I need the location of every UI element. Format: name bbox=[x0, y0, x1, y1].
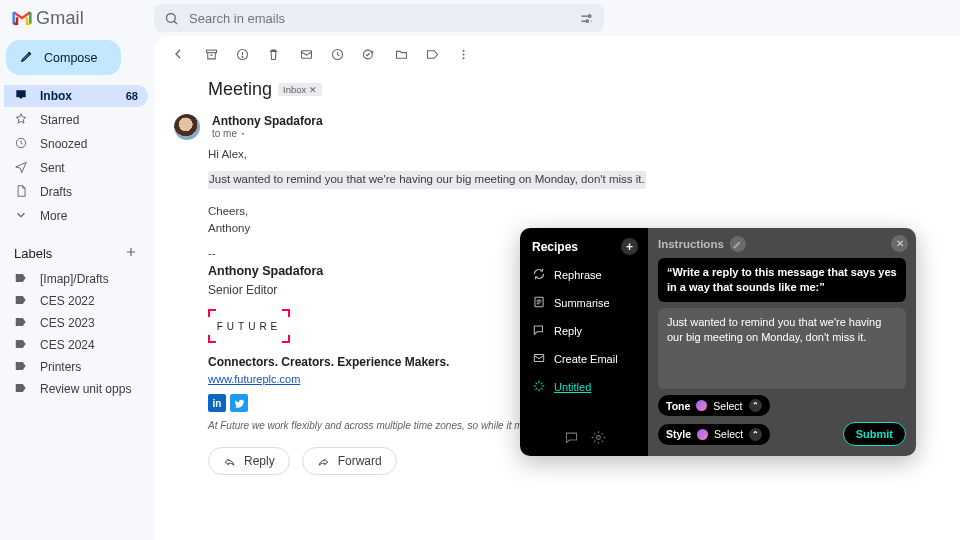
gmail-icon bbox=[12, 10, 32, 26]
avatar[interactable] bbox=[174, 114, 200, 140]
avatar-mini-icon bbox=[696, 400, 707, 411]
forward-button[interactable]: Forward bbox=[302, 447, 397, 475]
clock-icon bbox=[14, 136, 28, 153]
email-toolbar bbox=[168, 44, 946, 75]
label-icon bbox=[14, 359, 28, 376]
gmail-logo[interactable]: Gmail bbox=[12, 8, 142, 29]
add-task-button[interactable] bbox=[361, 47, 376, 65]
sidebar-item-inbox[interactable]: Inbox 68 bbox=[4, 85, 148, 107]
search-box[interactable] bbox=[154, 4, 604, 32]
add-recipe-button[interactable]: + bbox=[621, 238, 638, 255]
sidebar-item-more[interactable]: More bbox=[4, 205, 148, 227]
svg-point-11 bbox=[463, 53, 465, 55]
linkedin-icon[interactable]: in bbox=[208, 394, 226, 412]
label-icon bbox=[14, 293, 28, 310]
recipient-prefix: to me bbox=[212, 128, 237, 139]
label-item[interactable]: Review unit opps bbox=[4, 378, 148, 400]
document-icon bbox=[14, 184, 28, 201]
spam-button[interactable] bbox=[235, 47, 250, 65]
svg-point-0 bbox=[167, 13, 176, 22]
brand-name: Gmail bbox=[36, 8, 84, 29]
style-selector[interactable]: Style Select ⌃ bbox=[658, 424, 770, 445]
close-panel-button[interactable]: ✕ bbox=[891, 235, 908, 252]
chevron-up-icon: ⌃ bbox=[749, 399, 762, 412]
svg-point-10 bbox=[463, 49, 465, 51]
sender-name[interactable]: Anthony Spadafora bbox=[212, 114, 323, 128]
reply-label: Reply bbox=[244, 454, 275, 468]
body-highlight: Just wanted to remind you that we're hav… bbox=[208, 171, 646, 188]
sidebar-item-starred[interactable]: Starred bbox=[4, 109, 148, 131]
tune-icon[interactable] bbox=[579, 11, 594, 26]
label-text: CES 2022 bbox=[40, 294, 95, 308]
twitter-icon[interactable] bbox=[230, 394, 248, 412]
recipe-reply[interactable]: Reply bbox=[532, 323, 638, 339]
label-text: CES 2023 bbox=[40, 316, 95, 330]
sidebar-item-label: Snoozed bbox=[40, 137, 87, 151]
email-subject: Meeting bbox=[208, 79, 272, 100]
sidebar-item-sent[interactable]: Sent bbox=[4, 157, 148, 179]
tone-label: Tone bbox=[666, 400, 690, 412]
add-label-button[interactable] bbox=[124, 245, 138, 262]
sidebar-item-label: Drafts bbox=[40, 185, 72, 199]
edit-instructions-button[interactable] bbox=[730, 236, 746, 252]
label-icon bbox=[14, 381, 28, 398]
recipient-dropdown[interactable]: to me bbox=[212, 128, 323, 139]
submit-button[interactable]: Submit bbox=[843, 422, 906, 446]
archive-button[interactable] bbox=[204, 47, 219, 65]
label-text: Printers bbox=[40, 360, 81, 374]
inbox-chip-label: Inbox bbox=[283, 84, 306, 95]
search-input[interactable] bbox=[189, 11, 569, 26]
label-icon bbox=[14, 315, 28, 332]
sidebar-item-label: More bbox=[40, 209, 67, 223]
label-item[interactable]: [Imap]/Drafts bbox=[4, 268, 148, 290]
recipe-rephrase[interactable]: Rephrase bbox=[532, 267, 638, 283]
sidebar-item-snoozed[interactable]: Snoozed bbox=[4, 133, 148, 155]
label-item[interactable]: CES 2024 bbox=[4, 334, 148, 356]
label-icon bbox=[14, 271, 28, 288]
summarise-icon bbox=[532, 295, 546, 311]
tone-selector[interactable]: Tone Select ⌃ bbox=[658, 395, 770, 416]
labels-button[interactable] bbox=[425, 47, 440, 65]
rephrase-icon bbox=[532, 267, 546, 283]
svg-rect-4 bbox=[207, 50, 217, 53]
label-text: CES 2024 bbox=[40, 338, 95, 352]
signature-url[interactable]: www.futureplc.com bbox=[208, 373, 300, 385]
more-button[interactable] bbox=[456, 47, 471, 65]
search-icon bbox=[164, 11, 179, 26]
snooze-button[interactable] bbox=[330, 47, 345, 65]
recipe-untitled[interactable]: Untitled bbox=[532, 379, 638, 395]
labels-heading: Labels bbox=[14, 246, 52, 261]
compose-button[interactable]: Compose bbox=[6, 40, 121, 75]
close-icon[interactable]: ✕ bbox=[309, 85, 317, 95]
move-to-button[interactable] bbox=[394, 47, 409, 65]
sidebar-item-label: Inbox bbox=[40, 89, 72, 103]
chat-icon[interactable] bbox=[564, 430, 579, 448]
chevron-down-icon bbox=[239, 130, 247, 138]
mark-unread-button[interactable] bbox=[299, 47, 314, 65]
forward-label: Forward bbox=[338, 454, 382, 468]
sparkle-icon bbox=[532, 379, 546, 395]
sidebar-item-drafts[interactable]: Drafts bbox=[4, 181, 148, 203]
recipe-summarise[interactable]: Summarise bbox=[532, 295, 638, 311]
reply-icon bbox=[223, 455, 236, 468]
label-item[interactable]: CES 2023 bbox=[4, 312, 148, 334]
sidebar-item-label: Starred bbox=[40, 113, 79, 127]
label-item[interactable]: Printers bbox=[4, 356, 148, 378]
back-button[interactable] bbox=[170, 46, 186, 65]
future-logo: FUTURE bbox=[208, 309, 290, 343]
context-box[interactable]: Just wanted to remind you that we're hav… bbox=[658, 308, 906, 389]
label-item[interactable]: CES 2022 bbox=[4, 290, 148, 312]
pencil-icon bbox=[20, 49, 34, 66]
delete-button[interactable] bbox=[266, 47, 281, 65]
instructions-heading: Instructions bbox=[658, 238, 724, 250]
recipes-heading: Recipes bbox=[532, 240, 578, 254]
label-text: [Imap]/Drafts bbox=[40, 272, 109, 286]
recipe-create-email[interactable]: Create Email bbox=[532, 351, 638, 367]
sidebar-item-label: Sent bbox=[40, 161, 65, 175]
inbox-chip[interactable]: Inbox ✕ bbox=[278, 83, 322, 96]
recipe-label: Untitled bbox=[554, 381, 591, 393]
reply-button[interactable]: Reply bbox=[208, 447, 290, 475]
body-signoff: Cheers, bbox=[208, 203, 906, 220]
gear-icon[interactable] bbox=[591, 430, 606, 448]
recipe-label: Reply bbox=[554, 325, 582, 337]
